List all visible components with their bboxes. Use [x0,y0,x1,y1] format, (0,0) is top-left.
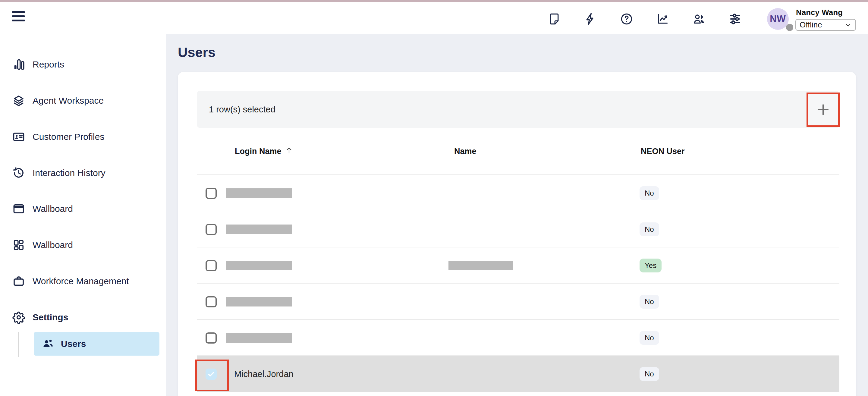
sidebar-item-label: Wallboard [33,204,73,214]
sidebar-item-customer-profiles[interactable]: Customer Profiles [0,127,166,147]
status-select-value: Offline [800,20,822,30]
lightning-icon[interactable] [584,12,597,26]
selection-count-text: 1 row(s) selected [209,91,276,128]
table-row[interactable]: No [197,211,839,247]
app-screen: NW Nancy Wang Offline ReportsAgent Works… [0,0,868,396]
chevron-down-icon [844,21,852,29]
gear-icon [12,311,25,324]
user-name: Nancy Wang [796,8,843,17]
top-bar: NW Nancy Wang Offline [0,2,868,34]
sort-asc-icon [284,148,293,155]
sidebar: ReportsAgent WorkspaceCustomer ProfilesI… [0,34,166,396]
sidebar-item-reports[interactable]: Reports [0,55,166,74]
sidebar-item-wallboard[interactable]: Wallboard [0,199,166,218]
row-checkbox[interactable] [206,332,217,343]
history-icon [12,166,25,180]
neon-user-badge: No [640,295,659,309]
neon-user-badge: Yes [640,258,661,272]
table-row[interactable]: No [197,320,839,356]
neon-user-badge: No [640,222,659,236]
table-row[interactable]: Michael.JordanNo [197,356,839,392]
dashboard-icon [12,238,25,252]
status-select[interactable]: Offline [795,19,856,31]
window-icon [12,202,25,215]
sidebar-item-label: Interaction History [33,168,105,178]
sidebar-item-label: Settings [33,312,68,323]
bar-chart-icon [12,58,25,71]
nav-indent-guide [18,332,19,357]
sidebar-item-label: Users [61,339,86,349]
redacted-login-name [226,224,292,234]
people-icon[interactable] [692,12,706,26]
note-icon[interactable] [547,12,561,26]
sidebar-item-users[interactable]: Users [34,332,159,356]
redacted-login-name [226,333,292,343]
column-header-name[interactable]: Name [454,128,476,175]
sidebar-item-interaction-history[interactable]: Interaction History [0,163,166,183]
help-icon[interactable] [620,12,633,26]
table-row[interactable]: Yes [197,247,839,283]
sidebar-item-label: Wallboard [33,240,73,250]
sidebar-item-wallboard-2[interactable]: Wallboard [0,235,166,255]
sidebar-item-agent-workspace[interactable]: Agent Workspace [0,91,166,110]
row-checkbox-checked[interactable] [206,369,217,380]
sidebar-item-label: Reports [33,59,64,70]
neon-user-badge: No [640,367,659,381]
sidebar-item-settings[interactable]: Settings [0,308,166,327]
briefcase-icon [12,275,25,288]
redacted-login-name [226,261,292,270]
page-title: Users [178,44,216,60]
avatar[interactable]: NW [767,8,789,30]
presence-status-dot [786,24,793,31]
login-name-text: Michael.Jordan [234,356,293,392]
sidebar-item-label: Customer Profiles [33,132,104,142]
sidebar-item-workforce-management[interactable]: Workforce Management [0,272,166,291]
column-header-label: NEON User [641,147,685,156]
users-table: Login NameNameNEON User NoNoYesNoNoMicha… [197,128,839,392]
column-header-neon-user[interactable]: NEON User [641,128,685,175]
selection-toolbar: 1 row(s) selected [197,91,839,128]
layers-icon [12,94,25,107]
row-checkbox[interactable] [206,188,217,199]
row-checkbox[interactable] [206,260,217,271]
users-group-icon [41,337,55,351]
hamburger-menu-icon[interactable] [12,11,25,23]
sidebar-item-label: Agent Workspace [33,95,104,106]
row-checkbox[interactable] [206,224,217,235]
row-checkbox[interactable] [206,296,217,307]
main-content: Users 1 row(s) selected Login NameNameNE… [166,34,868,396]
redacted-name [448,261,513,270]
neon-user-badge: No [640,186,659,200]
topbar-icon-group [547,12,742,27]
table-header-row: Login NameNameNEON User [197,128,839,175]
table-row[interactable]: No [197,175,839,211]
id-card-icon [12,130,25,144]
column-header-login-name[interactable]: Login Name [235,128,293,175]
sidebar-item-label: Workforce Management [33,276,129,286]
column-header-label: Name [454,147,476,156]
column-header-label: Login Name [235,147,281,156]
sliders-icon[interactable] [728,12,742,26]
analytics-icon[interactable] [656,12,670,26]
neon-user-badge: No [640,331,659,345]
users-table-card: 1 row(s) selected Login NameNameNEON Use… [178,72,856,396]
redacted-login-name [226,188,292,198]
table-row[interactable]: No [197,283,839,320]
add-user-button[interactable] [807,93,840,127]
redacted-login-name [226,297,292,306]
